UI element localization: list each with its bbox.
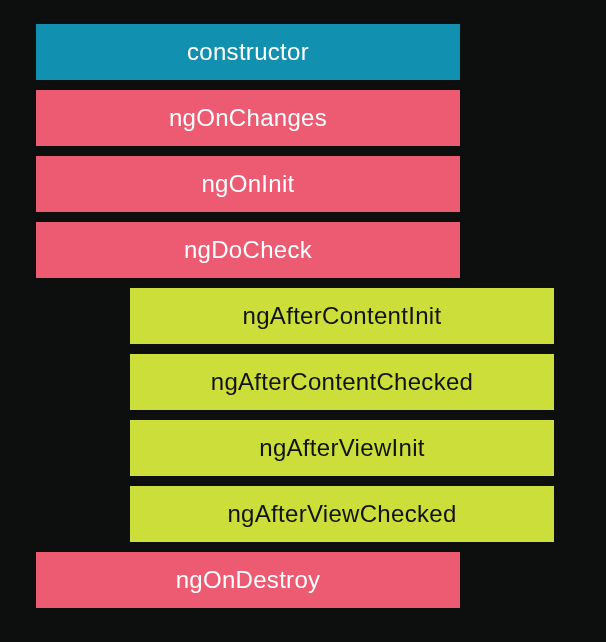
constructor-block: constructor	[36, 24, 460, 80]
ngafterviewinit-block: ngAfterViewInit	[130, 420, 554, 476]
ngaftercontentchecked-label: ngAfterContentChecked	[211, 368, 473, 396]
ngafterviewchecked-block: ngAfterViewChecked	[130, 486, 554, 542]
ngaftercontentinit-label: ngAfterContentInit	[243, 302, 442, 330]
ngaftercontentchecked-block: ngAfterContentChecked	[130, 354, 554, 410]
ngonchanges-label: ngOnChanges	[169, 104, 327, 132]
ngondestroy-label: ngOnDestroy	[176, 566, 321, 594]
ngaftercontentinit-block: ngAfterContentInit	[130, 288, 554, 344]
ngdocheck-label: ngDoCheck	[184, 236, 312, 264]
ngdocheck-block: ngDoCheck	[36, 222, 460, 278]
ngafterviewchecked-label: ngAfterViewChecked	[227, 500, 456, 528]
ngoninit-block: ngOnInit	[36, 156, 460, 212]
ngonchanges-block: ngOnChanges	[36, 90, 460, 146]
ngondestroy-block: ngOnDestroy	[36, 552, 460, 608]
ngafterviewinit-label: ngAfterViewInit	[259, 434, 424, 462]
ngoninit-label: ngOnInit	[201, 170, 294, 198]
constructor-label: constructor	[187, 38, 309, 66]
